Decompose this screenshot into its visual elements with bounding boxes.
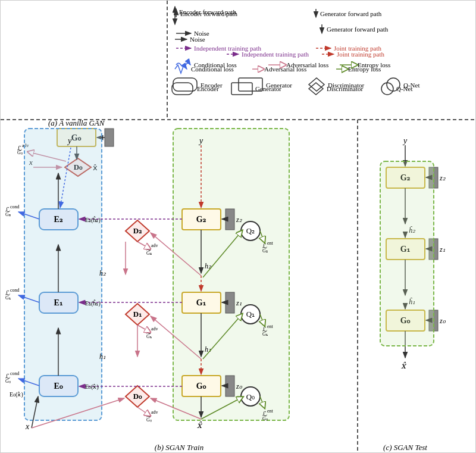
svg-text:Noise: Noise xyxy=(194,30,209,37)
svg-text:Generator: Generator xyxy=(255,85,281,92)
svg-text:G₁: G₁ xyxy=(5,295,11,301)
main-diagram: G₀ D₀ x x̂ ℒ adv G₀ Encoder forward path… xyxy=(0,0,476,453)
svg-text:Conditional loss: Conditional loss xyxy=(191,65,234,73)
svg-text:D₂: D₂ xyxy=(133,226,142,235)
svg-line-105 xyxy=(260,314,264,323)
svg-text:x̂: x̂ xyxy=(93,163,98,172)
svg-text:Adversarial loss: Adversarial loss xyxy=(286,61,328,68)
svg-text:G₀: G₀ xyxy=(71,133,82,142)
svg-text:G₁: G₁ xyxy=(400,245,411,254)
svg-text:ℒ: ℒ xyxy=(262,242,267,249)
svg-text:Encoder: Encoder xyxy=(201,82,223,89)
svg-marker-64 xyxy=(126,386,149,407)
svg-rect-159 xyxy=(429,167,438,188)
svg-marker-68 xyxy=(126,220,149,242)
svg-point-72 xyxy=(241,305,260,324)
svg-text:h₂: h₂ xyxy=(205,262,212,270)
svg-text:E₀(x̂): E₀(x̂) xyxy=(10,391,23,398)
svg-rect-42 xyxy=(172,83,193,95)
svg-line-128 xyxy=(151,233,201,276)
svg-text:z₁: z₁ xyxy=(236,299,242,307)
svg-text:cond: cond xyxy=(10,204,20,210)
svg-line-95 xyxy=(203,233,240,277)
svg-line-97 xyxy=(201,398,240,419)
svg-text:z₀: z₀ xyxy=(439,317,446,325)
svg-rect-58 xyxy=(182,376,221,396)
svg-text:Encoder forward path: Encoder forward path xyxy=(180,10,237,17)
svg-line-96 xyxy=(203,316,240,359)
svg-text:D₀: D₀ xyxy=(74,163,83,171)
svg-text:h₂: h₂ xyxy=(99,269,107,277)
svg-text:E₂: E₂ xyxy=(54,215,63,224)
svg-text:ℒ: ℒ xyxy=(17,145,22,152)
svg-marker-204 xyxy=(309,78,324,91)
svg-text:z₀: z₀ xyxy=(236,382,243,390)
svg-text:Entropy loss: Entropy loss xyxy=(358,61,390,68)
svg-text:Noise: Noise xyxy=(190,36,205,43)
svg-text:x̂: x̂ xyxy=(401,361,407,370)
svg-rect-174 xyxy=(429,310,438,331)
svg-line-116 xyxy=(32,398,124,428)
svg-text:D₁: D₁ xyxy=(133,310,142,318)
svg-text:y: y xyxy=(402,136,408,145)
svg-line-147 xyxy=(18,212,39,219)
svg-text:G₁: G₁ xyxy=(262,332,268,337)
svg-text:(a) A vanilla GAN: (a) A vanilla GAN xyxy=(48,118,105,127)
svg-line-121 xyxy=(137,407,148,414)
svg-text:z₂: z₂ xyxy=(236,215,243,224)
svg-text:Encoder: Encoder xyxy=(197,85,219,92)
svg-text:Joint training path: Joint training path xyxy=(337,51,385,58)
svg-text:ℒ: ℒ xyxy=(146,328,151,335)
svg-rect-54 xyxy=(39,292,78,313)
svg-line-25 xyxy=(30,152,66,161)
svg-rect-200 xyxy=(173,78,197,91)
svg-text:y: y xyxy=(198,136,203,145)
svg-text:Generator forward path: Generator forward path xyxy=(320,10,382,17)
svg-text:ℒ: ℒ xyxy=(146,411,151,418)
svg-text:x: x xyxy=(29,158,33,167)
svg-point-74 xyxy=(241,221,260,240)
svg-line-127 xyxy=(137,325,148,331)
svg-text:G₀: G₀ xyxy=(262,416,268,421)
svg-rect-50 xyxy=(24,129,102,420)
svg-marker-46 xyxy=(309,83,323,95)
svg-rect-62 xyxy=(182,209,221,230)
svg-line-149 xyxy=(18,379,39,386)
svg-text:G₂: G₂ xyxy=(400,173,411,182)
svg-line-155 xyxy=(60,148,71,208)
svg-rect-60 xyxy=(182,292,221,313)
svg-text:Adversarial loss: Adversarial loss xyxy=(264,65,306,73)
svg-rect-12 xyxy=(57,129,96,146)
svg-text:Q-Net: Q-Net xyxy=(396,85,413,92)
svg-text:cond: cond xyxy=(10,288,20,293)
svg-text:Generator forward path: Generator forward path xyxy=(327,26,389,33)
svg-text:cond: cond xyxy=(10,371,20,376)
svg-line-101 xyxy=(260,396,264,405)
svg-text:Q₂: Q₂ xyxy=(246,226,255,235)
svg-line-111 xyxy=(32,396,38,428)
svg-rect-52 xyxy=(39,376,78,396)
svg-text:E₂(ĥ₂): E₂(ĥ₂) xyxy=(85,216,101,224)
svg-text:Discriminator: Discriminator xyxy=(327,85,363,92)
svg-text:z₁: z₁ xyxy=(439,245,446,254)
svg-text:adv: adv xyxy=(151,410,158,415)
svg-rect-172 xyxy=(386,310,425,331)
svg-text:Q-Net: Q-Net xyxy=(403,82,420,89)
svg-text:ent: ent xyxy=(267,408,274,414)
svg-text:E₀(x̂): E₀(x̂) xyxy=(85,383,99,390)
svg-text:Encoder forward path: Encoder forward path xyxy=(179,8,236,15)
svg-text:(b) SGAN Train: (b) SGAN Train xyxy=(155,443,203,452)
svg-rect-76 xyxy=(226,376,234,396)
svg-text:Conditional loss: Conditional loss xyxy=(194,61,237,68)
svg-text:ℒ: ℒ xyxy=(146,245,151,252)
svg-rect-164 xyxy=(386,239,425,260)
svg-text:Joint training path: Joint training path xyxy=(334,45,382,52)
svg-text:E₀: E₀ xyxy=(54,382,63,390)
svg-text:E₁: E₁ xyxy=(54,298,63,307)
diagram-container xyxy=(1,1,476,453)
svg-text:x̂: x̂ xyxy=(197,421,203,430)
svg-text:y: y xyxy=(67,136,72,145)
svg-rect-80 xyxy=(226,209,234,230)
svg-text:ent: ent xyxy=(267,324,274,329)
svg-line-133 xyxy=(137,242,148,248)
